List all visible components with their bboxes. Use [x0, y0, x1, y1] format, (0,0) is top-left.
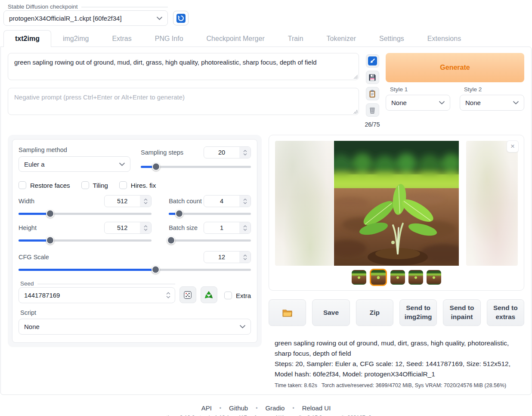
main-tabs: txt2img img2img Extras PNG Info Checkpoi… — [0, 30, 532, 47]
reuse-seed-button[interactable] — [201, 286, 217, 303]
restore-faces-checkbox[interactable]: Restore faces — [19, 181, 70, 189]
slider-thumb[interactable] — [46, 210, 54, 218]
send-to-img2img-button[interactable]: Send to img2img — [399, 299, 437, 326]
paste-generation-params-button[interactable] — [366, 54, 379, 68]
width-spinner[interactable] — [140, 196, 151, 207]
random-seed-button[interactable] — [179, 286, 196, 303]
style2-dropdown[interactable]: None — [460, 95, 524, 111]
gallery-previous-image-ghost[interactable] — [275, 141, 334, 266]
sampling-method-label: Sampling method — [19, 146, 130, 153]
api-link[interactable]: API — [201, 404, 212, 412]
slider-thumb[interactable] — [152, 266, 160, 274]
style1-dropdown[interactable]: None — [386, 95, 450, 111]
batch-count-label: Batch count — [169, 198, 202, 205]
extra-seed-checkbox[interactable]: Extra — [224, 292, 251, 299]
tab-train[interactable]: Train — [276, 30, 315, 47]
checkbox-box[interactable] — [224, 292, 232, 299]
batch-size-label: Batch size — [169, 224, 198, 231]
slider-thumb[interactable] — [46, 236, 54, 245]
width-label: Width — [19, 198, 34, 205]
style2-label: Style 2 — [460, 86, 524, 93]
style2-value: None — [465, 99, 481, 106]
gradio-link[interactable]: Gradio — [265, 404, 285, 412]
tab-tokenizer[interactable]: Tokenizer — [315, 30, 368, 47]
github-link[interactable]: Github — [229, 404, 248, 412]
width-input[interactable] — [104, 195, 152, 207]
hires-fix-checkbox[interactable]: Hires. fix — [119, 181, 156, 189]
clear-prompt-button[interactable] — [366, 103, 379, 117]
tab-txt2img[interactable]: txt2img — [3, 30, 51, 47]
save-button[interactable]: Save — [312, 299, 350, 326]
cfg-scale-slider[interactable] — [19, 266, 251, 273]
checkpoint-dropdown[interactable]: protogenX34OfficialR_1.ckpt [60fe2f34] — [3, 10, 168, 26]
tab-img2img[interactable]: img2img — [51, 30, 100, 47]
script-label: Script — [19, 309, 251, 316]
cfg-scale-label: CFG Scale — [19, 254, 49, 261]
checkbox-box[interactable] — [119, 181, 127, 189]
checkbox-box[interactable] — [19, 181, 26, 189]
tab-extensions[interactable]: Extensions — [416, 30, 473, 47]
tab-png-info[interactable]: PNG Info — [143, 30, 195, 47]
sampling-steps-spinner[interactable] — [239, 147, 251, 158]
sampling-steps-input[interactable] — [204, 146, 251, 158]
chevron-down-icon — [513, 101, 519, 105]
negative-prompt-input[interactable] — [8, 88, 359, 115]
checkbox-box[interactable] — [81, 181, 89, 189]
dot-separator: • — [220, 405, 221, 411]
thumbnail-5[interactable] — [427, 270, 441, 285]
height-input[interactable] — [104, 222, 152, 234]
checkpoint-value: protogenX34OfficialR_1.ckpt [60fe2f34] — [9, 15, 122, 22]
prompt-input[interactable]: green sapling rowing out of ground, mud,… — [8, 53, 359, 80]
batch-count-spinner[interactable] — [239, 196, 251, 207]
slider-thumb[interactable] — [167, 236, 175, 245]
height-slider[interactable] — [19, 236, 152, 244]
generated-image[interactable] — [334, 141, 459, 266]
tab-checkpoint-merger[interactable]: Checkpoint Merger — [195, 30, 276, 47]
apply-style-button[interactable] — [366, 87, 379, 100]
batch-count-input[interactable] — [204, 195, 251, 207]
cfg-scale-input[interactable] — [204, 251, 251, 263]
reload-ui-link[interactable]: Reload UI — [302, 404, 331, 412]
tiling-label: Tiling — [93, 182, 108, 189]
folder-icon — [282, 308, 293, 317]
chevron-down-icon — [157, 16, 162, 20]
time-taken: Time taken: 8.62s — [275, 382, 317, 388]
width-slider[interactable] — [19, 210, 152, 217]
gallery-next-image-ghost[interactable] — [466, 141, 518, 266]
slider-thumb[interactable] — [152, 163, 160, 171]
tab-extras[interactable]: Extras — [100, 30, 143, 47]
seed-input[interactable] — [19, 287, 175, 303]
hires-fix-label: Hires. fix — [131, 182, 156, 189]
clipboard-icon — [368, 90, 377, 98]
refresh-checkpoint-button[interactable] — [173, 11, 189, 25]
sampling-method-value: Euler a — [24, 161, 45, 168]
arrow-down-left-icon — [368, 56, 377, 65]
batch-size-spinner[interactable] — [239, 222, 251, 233]
send-to-extras-button[interactable]: Send to extras — [487, 299, 524, 326]
sampling-steps-slider[interactable] — [141, 163, 251, 171]
sampling-method-dropdown[interactable]: Euler a — [19, 156, 130, 172]
thumbnail-3[interactable] — [390, 270, 405, 285]
script-dropdown[interactable]: None — [19, 319, 251, 335]
height-spinner[interactable] — [140, 222, 151, 233]
zip-button[interactable]: Zip — [356, 299, 393, 326]
batch-count-slider[interactable] — [169, 210, 251, 217]
cfg-scale-spinner[interactable] — [239, 251, 251, 263]
seed-spinner[interactable] — [164, 290, 172, 300]
tiling-checkbox[interactable]: Tiling — [81, 181, 108, 189]
tab-settings[interactable]: Settings — [368, 30, 416, 47]
thumbnail-4[interactable] — [408, 270, 423, 285]
open-output-folder-button[interactable] — [269, 299, 306, 326]
slider-thumb[interactable] — [175, 210, 183, 218]
batch-size-input[interactable] — [204, 222, 251, 234]
send-to-inpaint-button[interactable]: Send to inpaint — [443, 299, 480, 326]
generation-info-params: Steps: 20, Sampler: Euler a, CFG scale: … — [275, 359, 516, 379]
save-style-button[interactable] — [366, 71, 379, 84]
batch-size-slider[interactable] — [169, 236, 251, 244]
generate-button[interactable]: Generate — [386, 53, 524, 82]
trash-icon — [368, 106, 377, 115]
thumbnail-2-selected[interactable] — [370, 269, 387, 286]
thumbnail-1[interactable] — [352, 270, 366, 285]
close-gallery-button[interactable]: × — [507, 140, 519, 152]
restore-faces-label: Restore faces — [30, 182, 70, 189]
